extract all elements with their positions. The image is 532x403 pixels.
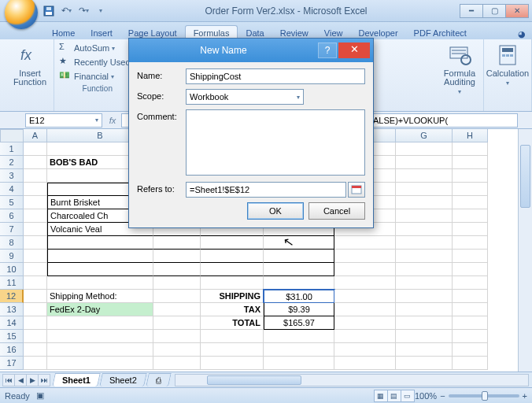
sheet-tab-new[interactable]: ⎙	[146, 373, 172, 386]
cell[interactable]: FedEx 2-Day	[47, 303, 153, 316]
cell[interactable]	[334, 316, 396, 330]
cell[interactable]	[24, 263, 47, 276]
cell[interactable]: TAX	[201, 303, 264, 316]
close-button[interactable]: ✕	[505, 4, 529, 18]
undo-icon[interactable]: ↶▾	[58, 3, 74, 19]
cell[interactable]	[334, 290, 396, 303]
cell[interactable]	[153, 276, 201, 290]
col-header-g[interactable]: G	[396, 129, 453, 142]
zoom-level[interactable]: 100%	[415, 391, 437, 401]
cell[interactable]	[24, 330, 47, 343]
cell[interactable]	[24, 357, 47, 370]
cell[interactable]	[453, 263, 488, 276]
cell[interactable]	[47, 263, 153, 276]
cell[interactable]	[334, 330, 396, 343]
cell[interactable]	[201, 236, 264, 250]
cell[interactable]	[24, 209, 47, 223]
cell[interactable]	[24, 290, 47, 303]
row-header-13[interactable]: 13	[0, 303, 24, 316]
cell[interactable]	[453, 223, 488, 236]
cell[interactable]	[24, 236, 47, 250]
horizontal-scrollbar[interactable]	[175, 374, 529, 386]
cell[interactable]	[24, 250, 47, 263]
cell[interactable]	[47, 316, 153, 330]
cell[interactable]	[453, 303, 488, 316]
cell[interactable]	[201, 330, 264, 343]
row-header-8[interactable]: 8	[0, 236, 24, 250]
cell[interactable]	[201, 357, 264, 370]
row-header-10[interactable]: 10	[0, 263, 24, 276]
dialog-titlebar[interactable]: New Name ? ✕	[129, 39, 373, 62]
maximize-button[interactable]: ▢	[482, 4, 506, 18]
tab-nav-first[interactable]: ⏮	[2, 374, 15, 386]
autosum-button[interactable]: ΣAutoSum ▾	[59, 41, 136, 55]
cell[interactable]	[264, 357, 334, 370]
ok-button[interactable]: OK	[247, 202, 304, 220]
tab-pdf-architect[interactable]: PDF Architect	[406, 26, 475, 39]
cell[interactable]	[264, 236, 334, 250]
insert-function-button[interactable]: fx Insert Function	[11, 41, 49, 88]
cell[interactable]	[201, 263, 264, 276]
row-header-15[interactable]: 15	[0, 330, 24, 343]
cell[interactable]	[153, 357, 201, 370]
cell[interactable]	[201, 276, 264, 290]
cell[interactable]	[453, 357, 488, 370]
cell[interactable]	[334, 263, 396, 276]
cell[interactable]: TOTAL	[201, 316, 264, 330]
row-header-5[interactable]: 5	[0, 196, 24, 209]
cell[interactable]	[47, 343, 153, 357]
cell[interactable]	[153, 343, 201, 357]
cell[interactable]	[453, 169, 488, 183]
sheet-tab-sheet2[interactable]: Sheet2	[99, 373, 146, 386]
cell[interactable]	[24, 142, 47, 156]
vertical-scrollbar[interactable]	[518, 129, 532, 372]
cell[interactable]	[24, 343, 47, 357]
cell[interactable]	[453, 290, 488, 303]
cell[interactable]	[396, 209, 453, 223]
ribbon-help-icon[interactable]: ◕	[518, 29, 532, 39]
zoom-out-button[interactable]: −	[440, 391, 445, 401]
row-header-7[interactable]: 7	[0, 223, 24, 236]
cell[interactable]	[453, 330, 488, 343]
calculation-button[interactable]: Calculation ▾	[489, 41, 526, 89]
cell[interactable]	[396, 196, 453, 209]
row-header-4[interactable]: 4	[0, 183, 24, 196]
row-header-12[interactable]: 12	[0, 290, 24, 303]
cell[interactable]: $31.00	[264, 290, 334, 303]
col-header-h[interactable]: H	[453, 129, 488, 142]
cell[interactable]	[47, 250, 153, 263]
cell[interactable]	[453, 236, 488, 250]
cell[interactable]	[24, 303, 47, 316]
cell[interactable]	[396, 343, 453, 357]
cell[interactable]	[453, 343, 488, 357]
recently-used-button[interactable]: ★Recently Used ▾	[59, 55, 136, 69]
cell[interactable]: $165.97	[264, 316, 334, 330]
cell[interactable]	[24, 276, 47, 290]
cell[interactable]	[334, 357, 396, 370]
cell[interactable]	[264, 263, 334, 276]
cell[interactable]	[396, 263, 453, 276]
cell[interactable]	[334, 303, 396, 316]
cell[interactable]	[396, 169, 453, 183]
formula-auditing-button[interactable]: Formula Auditing ▾	[441, 41, 478, 98]
cell[interactable]	[453, 250, 488, 263]
cell[interactable]	[153, 330, 201, 343]
cell[interactable]	[453, 142, 488, 156]
minimize-button[interactable]: ━	[460, 4, 483, 18]
cell[interactable]	[396, 303, 453, 316]
cell[interactable]	[47, 330, 153, 343]
cell[interactable]	[153, 263, 201, 276]
row-header-3[interactable]: 3	[0, 169, 24, 183]
cell[interactable]	[153, 250, 201, 263]
cell[interactable]	[396, 250, 453, 263]
row-header-14[interactable]: 14	[0, 316, 24, 330]
cell[interactable]: $9.39	[264, 303, 334, 316]
cell[interactable]	[153, 290, 201, 303]
cell[interactable]	[47, 236, 153, 250]
cell[interactable]	[153, 316, 201, 330]
cancel-button[interactable]: Cancel	[308, 202, 365, 220]
dialog-close-button[interactable]: ✕	[338, 43, 370, 58]
cell[interactable]	[264, 250, 334, 263]
tab-home[interactable]: Home	[44, 26, 83, 39]
cell[interactable]	[24, 196, 47, 209]
